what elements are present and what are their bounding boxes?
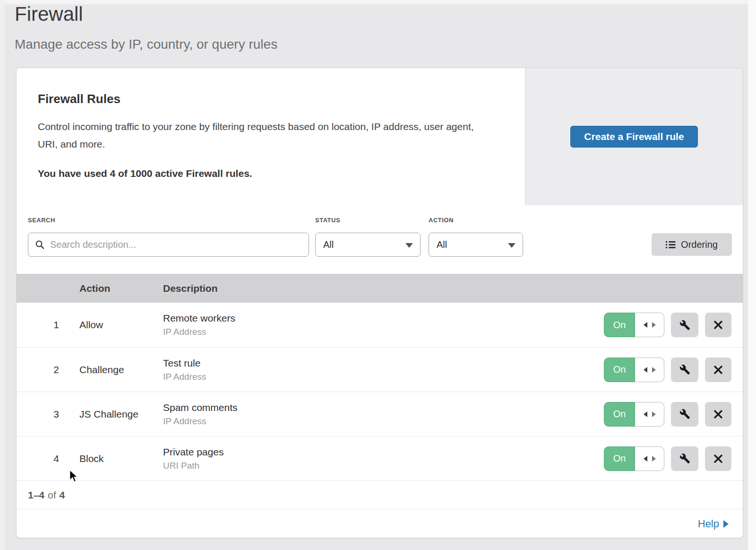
toggle-on-label: On [604, 446, 635, 471]
close-icon [713, 410, 723, 419]
rule-priority: 2 [17, 364, 73, 375]
pagination-total: 4 [60, 489, 65, 501]
pagination-bar: 1–4 of 4 [17, 480, 743, 509]
toggle-drag-handle[interactable] [635, 446, 664, 471]
rule-priority: 4 [17, 453, 73, 464]
rules-heading: Firewall Rules [38, 92, 506, 106]
table-header: Action Description [17, 274, 743, 303]
search-input[interactable] [28, 233, 309, 257]
rule-action: JS Challenge [73, 409, 163, 420]
rule-description: Remote workers [163, 313, 604, 324]
action-label: ACTION [429, 217, 454, 224]
table-row: 4 Block Private pages URI Path On [17, 436, 743, 480]
chevron-down-icon [508, 243, 515, 248]
pagination-range: 1–4 [28, 489, 44, 501]
delete-rule-button[interactable] [705, 313, 731, 337]
toggle-on-label: On [604, 402, 635, 427]
rule-match-type: IP Address [163, 372, 604, 382]
delete-rule-button[interactable] [705, 358, 731, 382]
create-rule-panel: Create a Firewall rule [525, 68, 743, 205]
search-label: SEARCH [28, 217, 55, 224]
rule-description: Spam comments [163, 402, 604, 413]
rule-enabled-toggle[interactable]: On [604, 446, 664, 471]
filters-bar: SEARCH STATUS All ACTION All Ordering [17, 205, 743, 274]
toggle-drag-handle[interactable] [635, 313, 664, 337]
rule-description-cell: Test rule IP Address [163, 358, 604, 382]
status-select[interactable]: All [315, 233, 421, 257]
wrench-icon [679, 453, 690, 464]
close-icon [713, 454, 723, 463]
status-selected-value: All [323, 239, 334, 250]
toggle-drag-handle[interactable] [635, 358, 664, 382]
edit-rule-button[interactable] [671, 402, 698, 427]
search-box [28, 233, 309, 257]
table-row: 2 Challenge Test rule IP Address On [17, 347, 743, 392]
page-subtitle: Manage access by IP, country, or query r… [15, 37, 277, 52]
description-column-header: Description [163, 283, 743, 294]
firewall-rules-card: Firewall Rules Control incoming traffic … [16, 68, 743, 538]
rule-controls: On [604, 313, 743, 337]
help-link[interactable]: Help [698, 518, 729, 530]
rule-controls: On [604, 446, 743, 471]
rule-priority: 1 [17, 319, 73, 331]
wrench-icon [679, 320, 690, 331]
rule-action: Block [73, 453, 163, 464]
rule-description-cell: Remote workers IP Address [163, 313, 604, 337]
ordering-button[interactable]: Ordering [652, 233, 732, 256]
rule-description: Private pages [163, 446, 604, 458]
page-title: Firewall [15, 3, 83, 26]
toggle-on-label: On [604, 358, 635, 382]
rules-intro-text: Firewall Rules Control incoming traffic … [17, 68, 525, 205]
rule-description-cell: Private pages URI Path [163, 446, 604, 471]
pagination-of: of [48, 489, 56, 501]
rules-usage-count: You have used 4 of 1000 active Firewall … [38, 168, 506, 179]
wrench-icon [679, 409, 690, 419]
status-label: STATUS [315, 217, 340, 224]
list-ordering-icon [666, 241, 676, 249]
help-link-label: Help [698, 518, 719, 530]
close-icon [713, 365, 723, 375]
wrench-icon [679, 364, 690, 375]
action-column-header: Action [73, 283, 163, 294]
rule-controls: On [604, 358, 743, 382]
rule-enabled-toggle[interactable]: On [604, 358, 664, 382]
rule-enabled-toggle[interactable]: On [604, 402, 664, 427]
delete-rule-button[interactable] [705, 402, 731, 427]
close-icon [713, 320, 723, 330]
toggle-on-label: On [604, 313, 635, 337]
delete-rule-button[interactable] [705, 446, 731, 471]
action-select[interactable]: All [429, 233, 523, 257]
card-footer: Help [17, 509, 743, 538]
rule-action: Allow [73, 319, 163, 331]
rule-action: Challenge [73, 364, 163, 375]
window-edge-top [0, 0, 756, 4]
rule-description: Test rule [163, 358, 604, 369]
window-edge-left [0, 0, 5, 550]
rule-priority: 3 [17, 409, 73, 420]
rule-controls: On [604, 402, 743, 427]
rule-description-cell: Spam comments IP Address [163, 402, 604, 427]
rule-match-type: IP Address [163, 327, 604, 337]
rules-intro-section: Firewall Rules Control incoming traffic … [17, 68, 743, 205]
rules-description: Control incoming traffic to your zone by… [38, 118, 484, 153]
rule-enabled-toggle[interactable]: On [604, 313, 664, 337]
window-edge-right [748, 0, 756, 550]
table-row: 3 JS Challenge Spam comments IP Address … [17, 392, 743, 436]
firewall-page: Firewall Manage access by IP, country, o… [0, 0, 756, 550]
chevron-down-icon [405, 243, 413, 248]
ordering-button-label: Ordering [681, 239, 718, 250]
search-icon [35, 240, 45, 252]
rule-match-type: URI Path [163, 461, 604, 471]
create-firewall-rule-button[interactable]: Create a Firewall rule [570, 126, 697, 148]
toggle-drag-handle[interactable] [635, 402, 664, 427]
edit-rule-button[interactable] [671, 313, 698, 337]
table-row: 1 Allow Remote workers IP Address On [17, 303, 743, 347]
action-selected-value: All [437, 239, 447, 250]
rule-match-type: IP Address [163, 416, 604, 427]
edit-rule-button[interactable] [671, 358, 698, 382]
triangle-right-icon [723, 520, 729, 528]
edit-rule-button[interactable] [671, 446, 698, 471]
